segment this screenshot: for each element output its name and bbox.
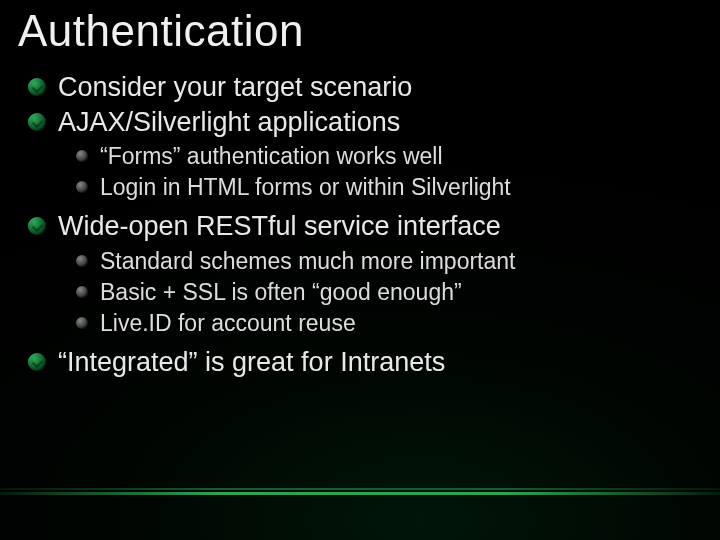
bullet-text: “Integrated” is great for Intranets (58, 347, 445, 377)
slide-title: Authentication (18, 6, 702, 56)
sub-bullet-item: Basic + SSL is often “good enough” (74, 277, 702, 308)
sub-bullet-list: “Forms” authentication works well Login … (24, 141, 702, 203)
bullet-text: Standard schemes much more important (100, 248, 515, 274)
bullet-item: Consider your target scenario (24, 70, 702, 105)
bullet-item: “Integrated” is great for Intranets (24, 345, 702, 380)
sub-bullet-item: Login in HTML forms or within Silverligh… (74, 172, 702, 203)
bullet-text: Consider your target scenario (58, 72, 412, 102)
divider-line (0, 488, 720, 490)
bullet-text: Wide-open RESTful service interface (58, 211, 501, 241)
sub-bullet-list: Standard schemes much more important Bas… (24, 246, 702, 339)
sub-bullet-item: Live.ID for account reuse (74, 308, 702, 339)
bullet-text: AJAX/Silverlight applications (58, 107, 400, 137)
bullet-text: Login in HTML forms or within Silverligh… (100, 174, 511, 200)
bullet-text: Live.ID for account reuse (100, 310, 356, 336)
sub-bullet-item: Standard schemes much more important (74, 246, 702, 277)
bullet-item: Wide-open RESTful service interface (24, 209, 702, 244)
bullet-list: Consider your target scenario AJAX/Silve… (18, 70, 702, 379)
bullet-text: “Forms” authentication works well (100, 143, 443, 169)
footer-divider (0, 488, 720, 494)
bullet-text: Basic + SSL is often “good enough” (100, 279, 462, 305)
divider-line (0, 492, 720, 495)
sub-bullet-item: “Forms” authentication works well (74, 141, 702, 172)
slide: Authentication Consider your target scen… (0, 0, 720, 540)
bullet-item: AJAX/Silverlight applications (24, 105, 702, 140)
